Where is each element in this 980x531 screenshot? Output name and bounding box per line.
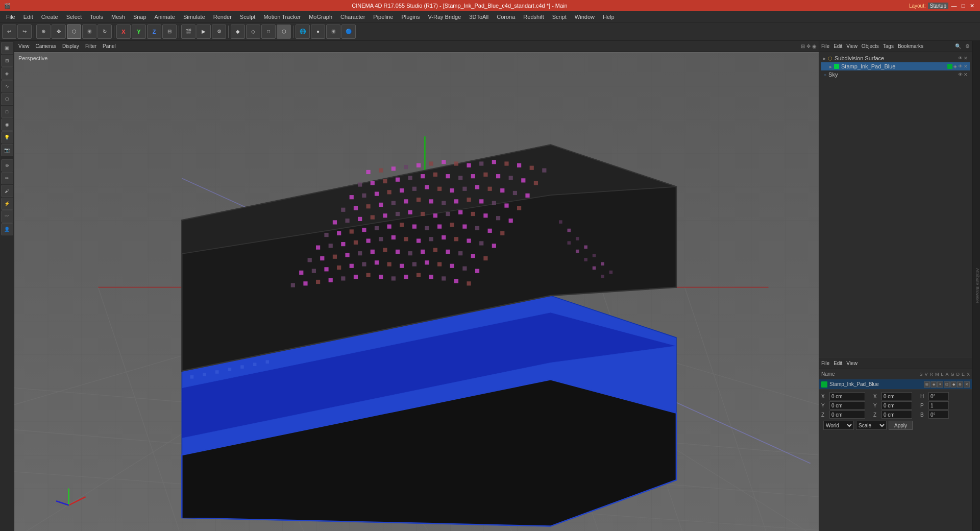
vt-view[interactable]: View	[16, 42, 32, 50]
render-preview-button[interactable]: 🎬	[181, 25, 195, 39]
snap-button[interactable]: 🔵	[341, 25, 356, 39]
3d-viewport[interactable]: Perspective Grid Spacing : 10 cm	[14, 52, 819, 531]
menu-3dtoall[interactable]: 3DToAll	[465, 13, 493, 21]
stamp-visible[interactable]: 👁	[958, 64, 963, 69]
menu-simulate[interactable]: Simulate	[179, 13, 209, 21]
subdiv-visible-icon[interactable]: 👁	[958, 56, 963, 61]
deformer-tool[interactable]: ◉	[1, 118, 13, 131]
attr-tag-3[interactable]: ≡	[937, 381, 943, 388]
light-tool[interactable]: 💡	[1, 131, 13, 143]
subdiv-lock-icon[interactable]: ✕	[964, 56, 968, 61]
vt-panel[interactable]: Panel	[101, 42, 118, 50]
h-input[interactable]	[928, 392, 949, 400]
expand-arrow[interactable]: ▸	[823, 56, 826, 61]
shading-button[interactable]: ●	[311, 25, 325, 39]
attr-tag-2[interactable]: ◈	[930, 381, 937, 388]
redo-button[interactable]: ↪	[17, 25, 32, 39]
sky-lock[interactable]: ✕	[964, 72, 968, 77]
attr-tag-5[interactable]: ◆	[950, 381, 957, 388]
menu-mesh[interactable]: Mesh	[107, 13, 129, 21]
menu-plugins[interactable]: Plugins	[397, 13, 424, 21]
scale-button[interactable]: ⊞	[82, 25, 96, 39]
stamp-tag-green[interactable]	[947, 64, 952, 69]
menu-pipeline[interactable]: Pipeline	[369, 13, 397, 21]
attr-tag-4[interactable]: ⊡	[944, 381, 950, 388]
menu-window[interactable]: Window	[571, 13, 599, 21]
render-button[interactable]: ▶	[197, 25, 211, 39]
obj-view-menu[interactable]: View	[846, 43, 857, 49]
edge-mode-button[interactable]: ◇	[246, 25, 260, 39]
world-dropdown[interactable]: World	[823, 421, 854, 430]
point-mode-button[interactable]: ◆	[231, 25, 245, 39]
rotate-button[interactable]: ↻	[97, 25, 112, 39]
hair-tool[interactable]: 〰	[1, 210, 13, 223]
menu-edit[interactable]: Edit	[19, 13, 37, 21]
model-mode-button[interactable]: ⬡	[277, 25, 291, 39]
apply-button[interactable]: Apply	[889, 421, 913, 430]
obj-file-menu[interactable]: File	[821, 43, 829, 49]
attr-object-row[interactable]: Stamp_Ink_Pad_Blue ⊞ ◈ ≡ ⊡ ◆ ⊕ ✕	[819, 379, 972, 390]
undo-button[interactable]: ↩	[2, 25, 16, 39]
camera-tool[interactable]: 📷	[1, 144, 13, 156]
character-tool[interactable]: 👤	[1, 223, 13, 235]
menu-script[interactable]: Script	[548, 13, 571, 21]
sculpt-tool[interactable]: 🖌	[1, 185, 13, 197]
stamp-tag-icon[interactable]: ◈	[953, 64, 957, 69]
menu-animate[interactable]: Animate	[151, 13, 179, 21]
menu-create[interactable]: Create	[37, 13, 62, 21]
b-input[interactable]	[928, 411, 949, 419]
selection-button[interactable]: ✥	[52, 25, 66, 39]
close-button[interactable]: ✕	[969, 2, 976, 9]
attr-tag-7[interactable]: ✕	[964, 381, 970, 388]
attr-tag-1[interactable]: ⊞	[924, 381, 930, 388]
poly-mode-button[interactable]: □	[261, 25, 276, 39]
menu-file[interactable]: File	[2, 13, 19, 21]
menu-motion-tracker[interactable]: Motion Tracker	[259, 13, 305, 21]
polygon-tool[interactable]: ⬡	[1, 93, 13, 105]
menu-character[interactable]: Character	[336, 13, 369, 21]
paint-tool[interactable]: ◈	[1, 67, 13, 80]
menu-help[interactable]: Help	[599, 13, 619, 21]
obj-tags-menu[interactable]: Tags	[883, 43, 894, 49]
transform-button[interactable]: ⊟	[162, 25, 177, 39]
attr-file-menu[interactable]: File	[821, 360, 829, 366]
y-pos-input[interactable]	[829, 401, 865, 409]
obj-objects-menu[interactable]: Objects	[862, 43, 879, 49]
display-button[interactable]: 🌐	[296, 25, 310, 39]
z-rot-input[interactable]	[881, 411, 912, 419]
scale-dropdown[interactable]: Scale	[856, 421, 887, 430]
attr-edit-menu[interactable]: Edit	[834, 360, 842, 366]
menu-redshift[interactable]: Redshift	[519, 13, 548, 21]
layout-value[interactable]: Startup	[928, 3, 948, 9]
x-rot-input[interactable]	[881, 392, 912, 400]
z-pos-input[interactable]	[829, 411, 865, 419]
maximize-button[interactable]: □	[960, 2, 967, 9]
pen-tool[interactable]: ✏	[1, 172, 13, 184]
y-axis-button[interactable]: Y	[132, 25, 146, 39]
menu-snap[interactable]: Snap	[129, 13, 151, 21]
menu-render[interactable]: Render	[209, 13, 236, 21]
new-button[interactable]: ⊕	[36, 25, 51, 39]
vt-cameras[interactable]: Cameras	[34, 42, 59, 50]
attr-view-menu[interactable]: View	[846, 360, 857, 366]
axis-tool[interactable]: ⊕	[1, 159, 13, 172]
sky-visible[interactable]: 👁	[958, 72, 963, 77]
grid-button[interactable]: ⊞	[326, 25, 340, 39]
minimize-button[interactable]: —	[950, 2, 958, 9]
y-rot-input[interactable]	[881, 401, 912, 409]
object-tool[interactable]: ▣	[1, 42, 13, 54]
render-settings-button[interactable]: ⚙	[212, 25, 226, 39]
x-axis-button[interactable]: X	[116, 25, 131, 39]
menu-corona[interactable]: Corona	[493, 13, 519, 21]
dynamics-tool[interactable]: ⚡	[1, 198, 13, 210]
stamp-expand[interactable]: ▸	[829, 64, 832, 69]
menu-select[interactable]: Select	[62, 13, 86, 21]
menu-sculpt[interactable]: Sculpt	[236, 13, 260, 21]
obj-bookmarks-menu[interactable]: Bookmarks	[898, 43, 923, 49]
attr-tag-6[interactable]: ⊕	[957, 381, 963, 388]
stamp-lock[interactable]: ✕	[964, 64, 968, 69]
vt-display[interactable]: Display	[60, 42, 81, 50]
menu-mograph[interactable]: MoGraph	[305, 13, 336, 21]
texture-tool[interactable]: ⊞	[1, 55, 13, 67]
p-input[interactable]	[928, 401, 949, 409]
